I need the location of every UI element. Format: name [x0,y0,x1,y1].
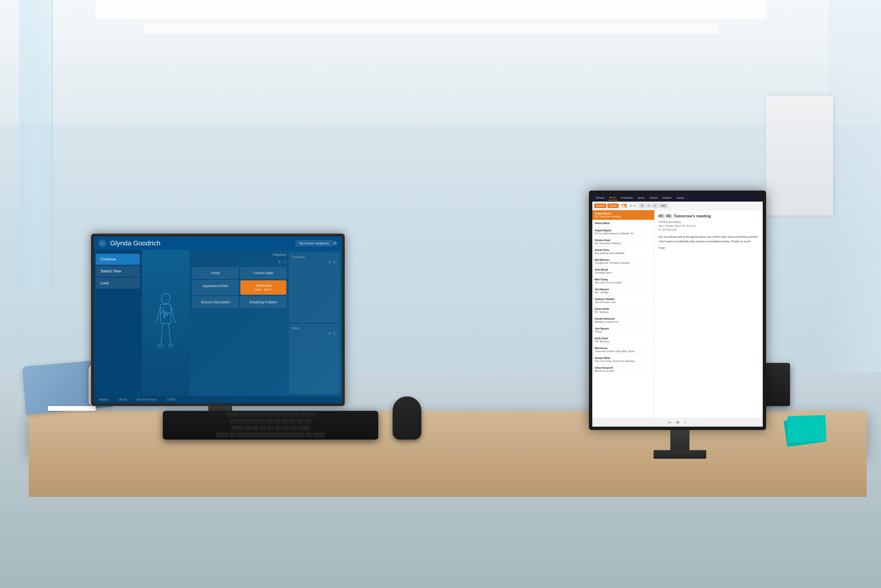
reply-icon[interactable]: ↩ [668,420,671,425]
treatment-panel: Treatment ⊕ ⓘ [289,253,339,322]
lock-button[interactable]: Lock [96,278,140,289]
continue-button[interactable]: Continue [96,254,140,265]
delete-button[interactable]: Delete [607,204,619,208]
temperature-value: 100.5 - 102° F [244,288,283,291]
email-body-area: Angela Bigsby RE: Tomorrow's meeting Pat… [592,210,763,418]
email-item-15[interactable]: Joseph White One more thing: Dinner this… [592,355,654,364]
toolbar-separator-1 [620,203,620,209]
teal-notebooks [785,416,829,444]
right-panels: Treatment ⊕ ⓘ Notes ⊕ ⓘ [289,250,342,396]
back-button[interactable]: ← [99,239,106,247]
bar-chart-icon [622,204,626,208]
expand-treatment-icon[interactable]: ⊕ [328,260,331,264]
key-m [290,426,297,431]
key-tab [226,412,238,418]
key-g [274,419,280,424]
email-item-13[interactable]: Emily Davis FW: Montoya [592,335,654,345]
abc-button[interactable]: ABC [659,204,668,208]
bold-button[interactable]: B [639,204,645,208]
info-icon[interactable]: ⓘ [283,260,286,264]
schedule-dot [621,197,622,198]
seizure-description-cell[interactable]: Seizure Description [192,297,238,308]
check-icon[interactable]: ✓ [684,420,687,425]
mouse [393,396,421,440]
nav-schedule[interactable]: Schedule [619,196,635,200]
key-j [289,419,296,424]
key-alt [229,433,236,438]
key-h [281,419,288,424]
key-b [275,426,282,431]
switch-view-button[interactable]: Switch View [96,266,140,277]
email-item-3[interactable]: Kristine Heart RE: Tomorrow's Meeting [592,237,654,247]
diagnosis-title: Diagnosis [192,253,286,256]
email-item-9[interactable]: Outdoors Retailer 50% off winter wear [592,296,654,306]
email-item-0[interactable]: Angela Bigsby RE: Tomorrow's meeting [592,210,654,220]
nav-home[interactable]: Home [594,196,607,200]
bp-label: Blood Pressure: [137,398,157,401]
treatment-title: Treatment [292,255,336,259]
nav-weather[interactable]: Weather [661,196,674,200]
glass-partition-left [19,0,52,287]
info-notes-icon[interactable]: ⓘ [333,332,336,336]
key-row-3 [165,426,376,431]
left-monitor: ← Glynda Goodrich No known surgeries ⚙ C… [91,234,349,430]
archive-button[interactable]: Archive [594,204,607,208]
storage-cabinet [766,96,833,216]
email-item-8[interactable]: Joni Nguyen RE: Tuesday [592,286,654,296]
key-u [285,412,292,418]
email-item-1[interactable]: Patrick Black [592,220,654,227]
right-monitor-screen: Home Mail Schedule Sports Finance [589,190,766,430]
email-item-2[interactable]: Angela Bigsby Fill Your flight itinerary… [592,227,654,237]
forward-icon[interactable]: ✉ [676,420,679,425]
header-left: ← Glynda Goodrich [99,239,160,247]
onset-cell[interactable]: Onset [192,267,238,279]
key-x [252,426,259,431]
italic-button[interactable]: I [646,204,651,208]
expand-icon[interactable]: ⊕ [278,260,281,264]
nav-games[interactable]: Games [675,196,686,200]
left-monitor-screen: ← Glynda Goodrich No known surgeries ⚙ C… [91,234,345,406]
key-e [255,412,261,418]
email-item-6[interactable]: Arun Murjal Incredible video! [592,267,654,276]
key-n [283,426,289,431]
email-item-7[interactable]: Matt Chang Who stole my lunch bag?! [592,276,654,286]
temperature-cell[interactable]: Temperature 100.5 - 102° F [240,280,286,295]
underline-button[interactable]: U [652,204,658,208]
expand-notes-icon[interactable]: ⊕ [328,332,331,336]
current-state-cell[interactable]: Current State [240,267,286,279]
svg-point-7 [169,344,173,347]
key-d [258,419,265,424]
svg-line-4 [161,324,163,345]
ceiling-light-2 [144,24,718,33]
appearance-skin-cell[interactable]: Appearance/Skin [192,280,238,295]
weight-value: 148 lbs [118,398,127,401]
info-treatment-icon[interactable]: ⓘ [333,260,336,264]
email-item-5[interactable]: Ella Martinez Thoughts for Thursday's se… [592,256,654,267]
email-item-14[interactable]: Mod House Three-day furniture sale! Beds… [592,345,654,355]
email-footer: ↩ ✉ ✓ [592,418,763,427]
email-item-12[interactable]: Joni Nguyen Tickets [592,326,654,335]
breathing-problem-cell[interactable]: Breathing Problem [240,297,286,308]
email-item-10[interactable]: Emma Smith RE: Montoya [592,306,654,315]
key-r [262,412,269,418]
key-c [259,426,266,431]
email-item-11[interactable]: Donald Hartwood Bjelskad company bus [592,315,654,326]
settings-icon[interactable]: ⚙ [333,240,337,246]
key-p [308,412,315,418]
email-from: FROM Angela Bigsby [658,220,759,224]
email-item-4[interactable]: Arnold Tenor New parking spots available [592,247,654,256]
email-meta: FROM Angela Bigsby Sent: Tuesday, March … [658,220,759,232]
medical-sidebar: Continue Switch View Lock [94,250,142,396]
weight-label: Weight: [99,398,108,401]
chart-icons [622,204,626,208]
nav-sports[interactable]: Sports [636,196,647,200]
medical-app-header: ← Glynda Goodrich No known surgeries ⚙ [94,237,342,250]
nav-finance[interactable]: Finance [647,196,660,200]
email-list: Angela Bigsby RE: Tomorrow's meeting Pat… [592,210,655,418]
nav-mail[interactable]: Mail [608,195,618,200]
email-body-text: Can you please look at the agenda items … [658,235,759,243]
key-o [300,412,307,418]
diagnosis-grid: Onset Current State Appearance/Skin Temp… [192,267,286,308]
temperature-label: Temperature [244,284,283,287]
email-item-16[interactable]: Urban Nonprofit Almost to our goal [592,364,654,375]
